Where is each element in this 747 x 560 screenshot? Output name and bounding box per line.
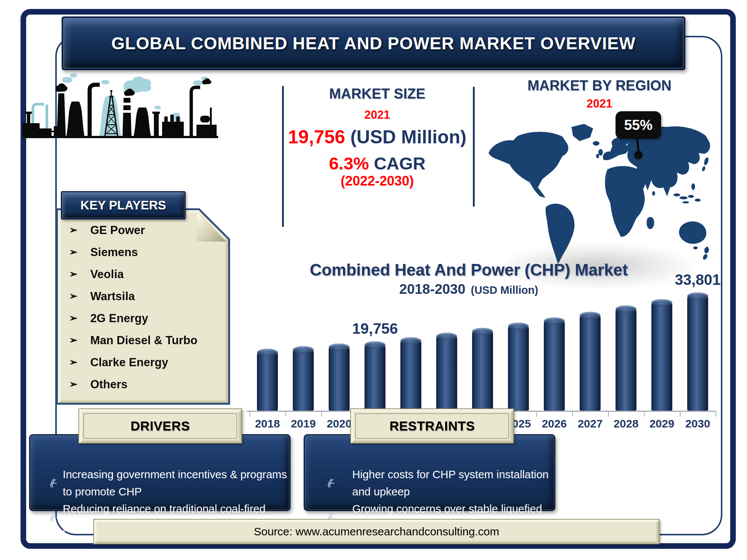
x-axis-label: 2019 bbox=[285, 417, 321, 430]
flourish-bullet-icon bbox=[326, 477, 335, 489]
cagr-label: CAGR bbox=[374, 153, 425, 173]
key-players-heading: KEY PLAYERS bbox=[80, 198, 166, 212]
chart-title: Combined Heat And Power (CHP) Market bbox=[245, 261, 693, 279]
bar-2022 bbox=[400, 338, 421, 411]
divider-line-left bbox=[282, 86, 284, 227]
region-share-callout: 55% bbox=[616, 111, 661, 139]
page-title: GLOBAL COMBINED HEAT AND POWER MARKET OV… bbox=[111, 33, 636, 53]
x-axis-tick bbox=[680, 411, 681, 417]
key-player-item: ➢Clarke Energy bbox=[69, 356, 198, 378]
bar-2021 bbox=[365, 342, 385, 411]
key-players-list: ➢GE Power➢Siemens➢Veolia➢Wartsila➢2G Ene… bbox=[69, 224, 198, 400]
key-player-label: Man Diesel & Turbo bbox=[90, 334, 198, 347]
key-player-item: ➢Others bbox=[69, 378, 198, 400]
key-player-label: GE Power bbox=[90, 224, 145, 237]
market-size-year: 2021 bbox=[288, 108, 467, 122]
bar-2025 bbox=[508, 323, 529, 411]
drivers-heading: DRIVERS bbox=[130, 419, 190, 433]
restraints-heading: RESTRAINTS bbox=[390, 419, 475, 433]
x-axis-label: 2028 bbox=[608, 417, 644, 430]
x-axis-label: 2027 bbox=[572, 417, 608, 430]
key-player-label: 2G Energy bbox=[90, 312, 148, 325]
key-player-label: Veolia bbox=[90, 268, 124, 281]
arrow-bullet-icon: ➢ bbox=[69, 312, 78, 324]
key-player-item: ➢GE Power bbox=[69, 224, 198, 246]
arrow-bullet-icon: ➢ bbox=[69, 224, 78, 236]
arrow-bullet-icon: ➢ bbox=[69, 356, 78, 368]
x-axis-tick bbox=[249, 411, 250, 417]
key-player-item: ➢Wartsila bbox=[69, 290, 198, 312]
driver-item-label: Increasing government incentives & progr… bbox=[63, 466, 289, 500]
bar-2026 bbox=[544, 318, 565, 411]
market-size-heading: MARKET SIZE bbox=[288, 86, 467, 102]
market-by-region-heading: MARKET BY REGION bbox=[506, 78, 693, 94]
x-axis-tick bbox=[285, 411, 286, 417]
bar-2024 bbox=[472, 329, 493, 411]
x-axis-tick bbox=[608, 411, 609, 417]
restraint-item: Higher costs for CHP system installation… bbox=[326, 466, 554, 500]
cagr-value: 6.3% bbox=[329, 153, 369, 173]
arrow-bullet-icon: ➢ bbox=[69, 378, 78, 390]
source-bar: Source: www.acumenresearchandconsulting.… bbox=[93, 519, 660, 544]
key-player-item: ➢Veolia bbox=[69, 268, 198, 290]
x-axis-label: 2030 bbox=[680, 417, 716, 430]
bar-2030 bbox=[687, 293, 708, 411]
cagr-period: (2022-2030) bbox=[288, 173, 467, 189]
x-axis-tick bbox=[716, 411, 716, 417]
arrow-bullet-icon: ➢ bbox=[69, 290, 78, 302]
key-player-label: Siemens bbox=[90, 246, 138, 259]
x-axis-tick bbox=[321, 411, 322, 417]
x-axis-label: 2026 bbox=[536, 417, 572, 430]
key-players-header: KEY PLAYERS bbox=[61, 191, 186, 220]
factory-skyline-illustration bbox=[22, 60, 220, 146]
bar-2023 bbox=[436, 333, 457, 411]
infographic-page: GLOBAL COMBINED HEAT AND POWER MARKET OV… bbox=[0, 0, 747, 560]
arrow-bullet-icon: ➢ bbox=[69, 246, 78, 258]
drivers-header: DRIVERS bbox=[78, 408, 242, 444]
arrow-bullet-icon: ➢ bbox=[69, 268, 78, 280]
world-map bbox=[482, 116, 710, 269]
callout-dot bbox=[634, 151, 643, 159]
bar-2018 bbox=[257, 349, 278, 411]
key-players-box: ➢GE Power➢Siemens➢Veolia➢Wartsila➢2G Ene… bbox=[56, 208, 230, 405]
restraints-header: RESTRAINTS bbox=[350, 408, 514, 444]
key-player-label: Wartsila bbox=[90, 290, 135, 303]
source-text: Source: www.acumenresearchandconsulting.… bbox=[254, 525, 499, 538]
key-player-label: Others bbox=[90, 378, 128, 391]
flourish-bullet-icon bbox=[49, 477, 58, 489]
market-size-unit: (USD Million) bbox=[350, 127, 467, 147]
bar-2027 bbox=[580, 312, 601, 411]
driver-item: Increasing government incentives & progr… bbox=[49, 466, 289, 500]
bar-2028 bbox=[616, 306, 636, 411]
key-players-box-inner: ➢GE Power➢Siemens➢Veolia➢Wartsila➢2G Ene… bbox=[58, 210, 228, 403]
key-player-item: ➢Siemens bbox=[69, 246, 198, 268]
market-size-value: 19,756 bbox=[288, 127, 345, 147]
x-axis-tick bbox=[572, 411, 573, 417]
drivers-panel: Increasing government incentives & progr… bbox=[29, 434, 291, 511]
x-axis-label: 2029 bbox=[644, 417, 680, 430]
bar-value-label: 33,801 bbox=[660, 271, 735, 288]
key-player-label: Clarke Energy bbox=[90, 356, 168, 369]
arrow-bullet-icon: ➢ bbox=[69, 334, 78, 346]
bar-2029 bbox=[651, 300, 672, 411]
region-share-value: 55% bbox=[624, 117, 653, 133]
x-axis-label: 2018 bbox=[249, 417, 285, 430]
x-axis-tick bbox=[644, 411, 645, 417]
market-size-cagr-line: 6.3% CAGR bbox=[288, 153, 467, 174]
bar-value-label: 19,756 bbox=[338, 320, 412, 337]
bar-2020 bbox=[329, 344, 350, 411]
key-player-item: ➢Man Diesel & Turbo bbox=[69, 334, 198, 356]
market-size-value-line: 19,756 (USD Million) bbox=[273, 126, 482, 148]
x-axis-tick bbox=[536, 411, 537, 417]
restraint-item-label: Higher costs for CHP system installation… bbox=[352, 466, 554, 500]
key-player-item: ➢2G Energy bbox=[69, 312, 198, 334]
restraints-panel: Higher costs for CHP system installation… bbox=[304, 434, 555, 511]
market-by-region-year: 2021 bbox=[506, 97, 693, 111]
bar-2019 bbox=[293, 347, 314, 411]
flourish-bullet-icon bbox=[49, 512, 58, 523]
